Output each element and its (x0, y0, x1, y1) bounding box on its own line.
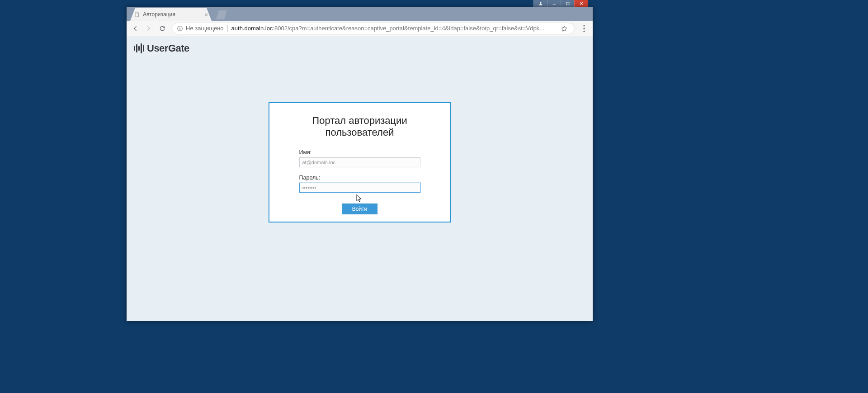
svg-point-6 (583, 25, 585, 26)
browser-tab-active[interactable]: Авторизация × (130, 8, 212, 21)
logo-bars-icon (134, 43, 144, 53)
page-viewport: UserGate Портал авторизации пользователе… (127, 36, 593, 321)
browser-toolbar: Не защищено auth.domain.loc:8002/cpa?m=a… (127, 21, 593, 36)
address-bar[interactable]: Не защищено auth.domain.loc:8002/cpa?m=a… (172, 23, 575, 34)
auth-title: Портал авторизации пользователей (279, 115, 440, 138)
browser-tab-strip: Авторизация × (127, 7, 593, 21)
divider (227, 25, 228, 32)
svg-rect-1 (552, 5, 556, 5)
window-user-button[interactable] (533, 0, 547, 7)
browser-window: Авторизация × Не защищено auth.domain.lo… (127, 7, 593, 321)
nav-back-button[interactable] (129, 23, 141, 34)
svg-rect-2 (566, 2, 569, 5)
auth-card: Портал авторизации пользователей Имя: Па… (269, 102, 451, 223)
password-row: Пароль: (299, 175, 420, 193)
svg-point-8 (583, 30, 585, 32)
new-tab-button[interactable] (216, 10, 227, 19)
window-maximize-button[interactable] (561, 0, 574, 7)
page-icon (134, 11, 140, 18)
svg-point-7 (583, 28, 585, 29)
security-info-icon[interactable] (177, 25, 183, 32)
password-label: Пароль: (299, 175, 420, 181)
username-input[interactable] (299, 157, 420, 167)
svg-rect-5 (179, 27, 180, 27)
url-text: auth.domain.loc:8002/cpa?m=authenticate&… (231, 25, 557, 32)
tab-title: Авторизация (143, 11, 202, 18)
svg-rect-4 (179, 28, 180, 29)
login-button[interactable]: Войти (342, 204, 378, 214)
window-minimize-button[interactable] (547, 0, 561, 7)
logo-text: UserGate (147, 43, 189, 54)
password-input[interactable] (299, 183, 420, 193)
brand-logo: UserGate (134, 43, 189, 54)
nav-forward-button[interactable] (143, 23, 155, 34)
browser-menu-button[interactable] (578, 23, 590, 34)
bookmark-star-icon[interactable] (559, 25, 570, 32)
svg-point-0 (540, 2, 541, 4)
username-row: Имя: (299, 149, 420, 167)
nav-reload-button[interactable] (156, 23, 168, 34)
submit-row: Войти (279, 204, 440, 214)
tab-close-icon[interactable]: × (204, 11, 208, 18)
os-window-titlebar (533, 0, 588, 7)
username-label: Имя: (299, 149, 420, 156)
window-close-button[interactable] (574, 0, 588, 7)
security-status: Не защищено (186, 25, 224, 32)
